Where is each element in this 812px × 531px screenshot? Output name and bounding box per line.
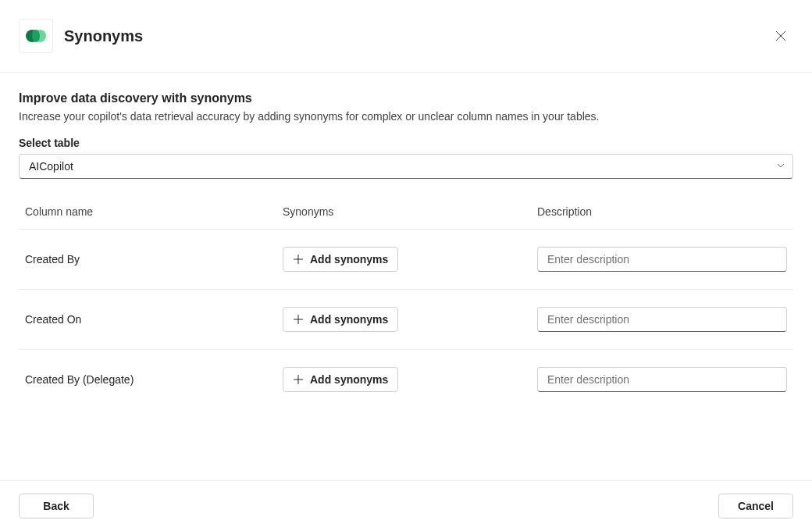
column-header-synonyms: Synonyms — [283, 205, 537, 218]
table-select-value: AICopilot — [19, 154, 793, 179]
columns-table: Column name Synonyms Description Created… — [19, 194, 793, 480]
plus-icon — [293, 374, 304, 385]
add-synonyms-button[interactable]: Add synonyms — [283, 367, 398, 392]
plus-icon — [293, 314, 304, 325]
dialog-title: Synonyms — [64, 27, 757, 45]
add-synonyms-label: Add synonyms — [310, 313, 388, 326]
add-synonyms-button[interactable]: Add synonyms — [283, 247, 398, 272]
add-synonyms-button[interactable]: Add synonyms — [283, 307, 398, 332]
close-icon — [775, 30, 786, 41]
add-synonyms-label: Add synonyms — [310, 253, 388, 266]
description-input[interactable] — [537, 307, 787, 332]
section-subheading: Increase your copilot's data retrieval a… — [19, 110, 793, 123]
columns-header-row: Column name Synonyms Description — [19, 194, 793, 230]
section-heading: Improve data discovery with synonyms — [19, 91, 793, 105]
app-icon — [19, 19, 53, 53]
column-header-description: Description — [537, 205, 787, 218]
table-row: Created By Add synonyms — [19, 230, 793, 290]
dialog-header: Synonyms — [0, 0, 812, 73]
table-select[interactable]: AICopilot — [19, 154, 793, 179]
description-input[interactable] — [537, 367, 787, 392]
column-name-cell: Created By — [25, 253, 283, 266]
dialog-body: Improve data discovery with synonyms Inc… — [0, 73, 812, 480]
plus-icon — [293, 254, 304, 265]
table-row: Created By (Delegate) Add synonyms — [19, 350, 793, 409]
close-button[interactable] — [768, 23, 793, 48]
dialog-footer: Back Cancel — [0, 480, 812, 531]
back-button[interactable]: Back — [19, 494, 94, 519]
synonyms-dialog: Synonyms Improve data discovery with syn… — [0, 0, 812, 531]
cancel-button[interactable]: Cancel — [718, 494, 793, 519]
select-table-label: Select table — [19, 137, 793, 149]
column-name-cell: Created By (Delegate) — [25, 373, 283, 386]
column-header-name: Column name — [25, 205, 283, 218]
table-row: Created On Add synonyms — [19, 290, 793, 350]
add-synonyms-label: Add synonyms — [310, 373, 388, 386]
column-name-cell: Created On — [25, 313, 283, 326]
description-input[interactable] — [537, 247, 787, 272]
